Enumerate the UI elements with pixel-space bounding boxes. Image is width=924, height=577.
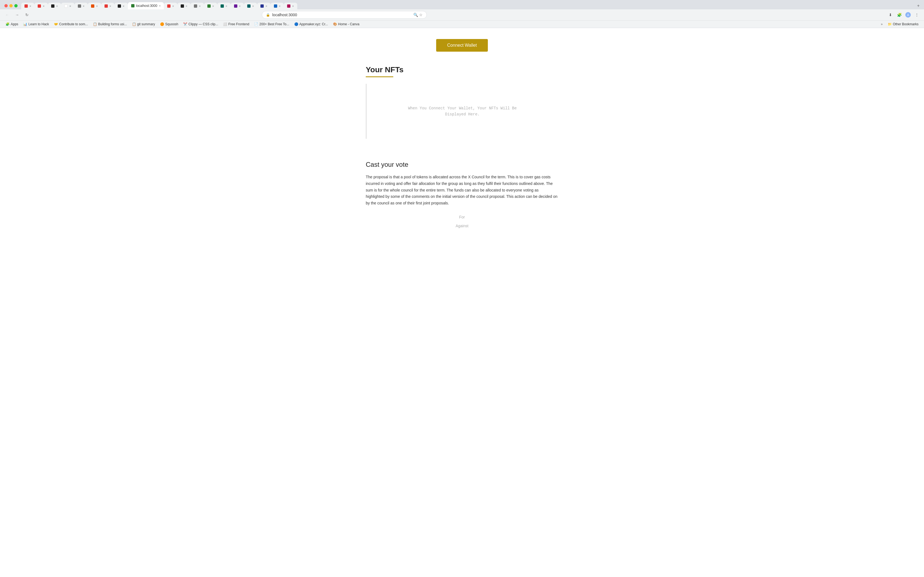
tab-7[interactable]: × <box>101 3 115 9</box>
bookmark-clippy[interactable]: ✂️ Clippy — CSS clip... <box>181 22 220 27</box>
bookmark-label: Appmaker.xyz: Cr... <box>299 22 328 26</box>
tab-2[interactable]: × <box>34 3 48 9</box>
tab-13[interactable]: × <box>204 3 217 9</box>
tab-favicon <box>24 5 28 8</box>
minimize-window-button[interactable] <box>9 4 13 7</box>
tab-close-icon[interactable]: × <box>43 5 44 8</box>
proposal-text: The proposal is that a pool of tokens is… <box>366 174 558 206</box>
bookmark-free-frontend[interactable]: ⬜ Free Frontend <box>221 22 251 27</box>
bookmark-label: Contribute to som... <box>59 22 88 26</box>
bookmark-git-summary[interactable]: 📋 git summary <box>130 22 157 27</box>
extensions-icon[interactable]: 🧩 <box>895 11 903 19</box>
tab-close-icon[interactable]: × <box>29 5 31 8</box>
tab-11[interactable]: × <box>178 3 191 9</box>
tab-14[interactable]: × <box>217 3 231 9</box>
tab-close-icon[interactable]: × <box>265 5 267 8</box>
toolbar-icons: ⬇ 🧩 A ⋮ <box>887 11 921 19</box>
tab-close-icon[interactable]: × <box>83 5 84 8</box>
tab-8[interactable]: × <box>115 3 128 9</box>
search-icon[interactable]: 🔍 <box>414 13 418 17</box>
tab-12[interactable]: × <box>191 3 204 9</box>
tab-close-icon[interactable]: × <box>226 5 227 8</box>
tab-close-icon[interactable]: × <box>252 5 254 8</box>
tab-10[interactable]: × <box>164 3 177 9</box>
menu-icon[interactable]: ⋮ <box>913 11 921 19</box>
tab-favicon <box>234 5 237 8</box>
bookmark-appmaker[interactable]: 🔵 Appmaker.xyz: Cr... <box>292 22 330 27</box>
address-bar[interactable]: 🔒 localhost:3000 🔍 ☆ <box>262 11 427 19</box>
bookmark-squoosh[interactable]: 🟠 Squoosh <box>158 22 180 27</box>
tab-close-icon[interactable]: × <box>279 5 281 8</box>
tab-close-icon[interactable]: × <box>186 5 187 8</box>
tab-close-icon[interactable]: × <box>212 5 214 8</box>
tab-close-icon[interactable]: × <box>292 5 294 8</box>
browser-chrome: × × × × × × × <box>0 0 924 28</box>
tab-favicon <box>167 5 171 8</box>
back-button[interactable]: ← <box>3 11 11 19</box>
clippy-icon: ✂️ <box>183 22 187 26</box>
bookmark-label: Squoosh <box>165 22 178 26</box>
tab-17[interactable]: × <box>257 3 270 9</box>
tab-close-icon[interactable]: × <box>239 5 241 8</box>
other-bookmarks[interactable]: 📁 Other Bookmarks <box>885 22 921 27</box>
your-nfts-section: Your NFTs When You Connect Your Wallet, … <box>366 65 558 161</box>
page-content: Connect Wallet Your NFTs When You Connec… <box>0 28 924 569</box>
bookmark-star-icon[interactable]: ☆ <box>419 13 423 17</box>
tab-6[interactable]: × <box>88 3 101 9</box>
close-window-button[interactable] <box>5 4 8 7</box>
maximize-window-button[interactable] <box>14 4 18 7</box>
window-controls <box>2 4 20 7</box>
svg-text:A: A <box>907 13 909 17</box>
bookmark-apps[interactable]: 🧩 Apps <box>3 22 20 27</box>
downloads-icon[interactable]: ⬇ <box>887 11 894 19</box>
address-bar-row: ← → ↻ 🔒 localhost:3000 🔍 ☆ ⬇ 🧩 A ⋮ <box>0 9 924 20</box>
refresh-button[interactable]: ↻ <box>23 11 31 19</box>
tab-3[interactable]: × <box>48 3 61 9</box>
bookmark-learn-to-hack[interactable]: 📊 Learn to Hack <box>21 22 51 27</box>
folder-icon: 📁 <box>888 22 892 26</box>
bookmark-label: git summary <box>137 22 155 26</box>
tab-5[interactable]: × <box>74 3 88 9</box>
tab-close-icon[interactable]: × <box>96 5 98 8</box>
tab-favicon <box>78 5 81 8</box>
tab-favicon <box>181 5 184 8</box>
tab-close-icon[interactable]: × <box>199 5 200 8</box>
200-best-icon: 📄 <box>254 22 258 26</box>
bookmark-building-forms[interactable]: 📋 Building forms usi... <box>91 22 129 27</box>
bookmarks-more-button[interactable]: » <box>879 22 885 27</box>
tab-close-icon[interactable]: × <box>172 5 174 8</box>
tab-close-icon[interactable]: × <box>123 5 124 8</box>
forward-button[interactable]: → <box>13 11 21 19</box>
building-forms-icon: 📋 <box>93 22 97 26</box>
vote-against-option[interactable]: Against <box>456 224 468 228</box>
tab-favicon <box>91 5 94 8</box>
tab-16[interactable]: × <box>244 3 257 9</box>
tab-favicon <box>260 5 264 8</box>
vote-for-option[interactable]: For <box>459 215 465 219</box>
nfts-section-title: Your NFTs <box>366 65 558 74</box>
tab-18[interactable]: × <box>271 3 284 9</box>
bookmark-canva[interactable]: 🎨 Home - Canva <box>331 22 362 27</box>
tab-close-icon[interactable]: × <box>110 5 111 8</box>
tab-15[interactable]: × <box>231 3 244 9</box>
profile-icon[interactable]: A <box>904 11 912 19</box>
url-text[interactable]: localhost:3000 <box>272 13 411 17</box>
bookmark-contribute[interactable]: 🤝 Contribute to som... <box>52 22 90 27</box>
connect-wallet-button[interactable]: Connect Wallet <box>436 39 488 52</box>
bookmark-200-best[interactable]: 📄 200+ Best Free To... <box>252 22 291 27</box>
tab-close-icon[interactable]: × <box>69 5 71 8</box>
tab-close-icon[interactable]: × <box>159 4 161 7</box>
tab-1[interactable]: × <box>21 3 34 9</box>
tab-favicon <box>247 5 250 8</box>
cast-vote-section: Cast your vote The proposal is that a po… <box>366 161 558 228</box>
nft-display-area: When You Connect Your Wallet, Your NFTs … <box>366 84 558 139</box>
tab-favicon <box>274 5 277 8</box>
nfts-title-underline <box>366 76 393 77</box>
tab-19[interactable]: × <box>284 3 297 9</box>
bookmark-label: Home - Canva <box>338 22 359 26</box>
tab-close-icon[interactable]: × <box>56 5 58 8</box>
new-tab-button[interactable]: + <box>915 2 922 9</box>
tab-4[interactable]: × <box>61 3 74 9</box>
git-icon: 📋 <box>132 22 136 26</box>
tab-active[interactable]: localhost:3000 × <box>128 2 164 9</box>
